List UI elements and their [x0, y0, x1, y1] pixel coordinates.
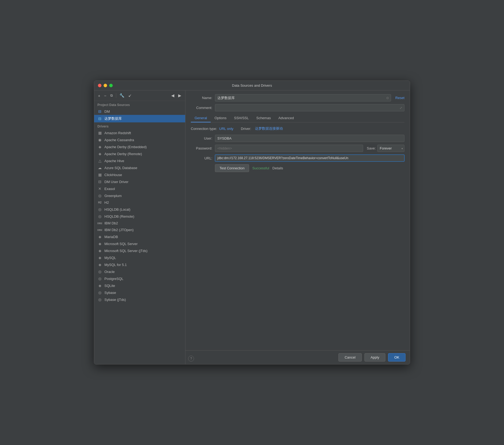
driver-value[interactable]: 达梦数据连接驱动: [255, 126, 283, 131]
comment-expand-icon: ⤢: [400, 106, 402, 110]
minimize-button[interactable]: [104, 84, 107, 87]
oracle-icon: ◎: [97, 269, 102, 274]
source-DM[interactable]: ⊟ DM: [94, 108, 185, 115]
dm-icon: ⊟: [97, 109, 102, 114]
comment-input[interactable]: [215, 104, 404, 111]
mysql-icon: ◈: [97, 256, 102, 260]
maximize-button[interactable]: [109, 84, 113, 87]
test-connection-button[interactable]: Test Connection: [215, 164, 249, 172]
save-select[interactable]: Forever Until restart Never: [377, 145, 404, 152]
driver-ibm-db2-jtopen[interactable]: DB2 IBM Db2 (JTOpen): [94, 227, 185, 233]
dialog: Data Sources and Drivers + − ⧉ 🔧 ↙ ◀ ▶ P…: [94, 81, 410, 364]
azure-sql-icon: ☁: [97, 166, 102, 170]
driver-clickhouse[interactable]: ▦ ClickHouse: [94, 171, 185, 178]
password-input[interactable]: [215, 145, 363, 152]
title-bar: Data Sources and Drivers: [94, 81, 410, 90]
apache-cassandra-icon: ◉: [97, 138, 102, 142]
driver-apache-cassandra[interactable]: ◉ Apache Cassandra: [94, 136, 185, 143]
right-panel: Name: ⊙ Reset Comment: ⤢: [185, 90, 410, 364]
driver-apache-derby-embedded[interactable]: ◈ Apache Derby (Embedded): [94, 143, 185, 150]
tab-schemas[interactable]: Schemas: [253, 114, 275, 122]
connection-type-value[interactable]: URL only: [219, 127, 233, 131]
left-panel: + − ⧉ 🔧 ↙ ◀ ▶ Project Data Sources ⊟ DM: [94, 90, 185, 364]
test-success-label: Successful: [252, 166, 269, 170]
ibm-db2-icon: DB2: [97, 222, 102, 225]
tab-advanced[interactable]: Advanced: [275, 114, 298, 122]
ok-button[interactable]: OK: [388, 353, 406, 362]
back-button[interactable]: ◀: [170, 93, 176, 99]
driver-sybase[interactable]: ◎ Sybase: [94, 289, 185, 296]
driver-azure-sql[interactable]: ☁ Azure SQL Database: [94, 164, 185, 171]
driver-h2[interactable]: H2 H2: [94, 199, 185, 206]
tab-general[interactable]: General: [191, 114, 211, 122]
url-input[interactable]: [215, 155, 404, 162]
driver-sybase-label: Sybase: [104, 291, 116, 295]
driver-sybase-jtds[interactable]: ◎ Sybase (jTds): [94, 296, 185, 303]
driver-mysql[interactable]: ◈ MySQL: [94, 254, 185, 261]
driver-mssql-label: Microsoft SQL Server: [104, 242, 138, 246]
driver-hsqldb-remote-label: HSQLDB (Remote): [104, 214, 134, 218]
add-button[interactable]: +: [97, 93, 101, 99]
name-input[interactable]: [215, 94, 391, 101]
tab-ssh-ssl[interactable]: SSH/SSL: [230, 114, 253, 122]
driver-oracle[interactable]: ◎ Oracle: [94, 268, 185, 275]
source-dameng[interactable]: ⊟ 达梦数据库: [94, 115, 185, 122]
reset-link[interactable]: Reset: [395, 96, 404, 100]
tabs-bar: General Options SSH/SSL Schemas Advanced: [191, 114, 404, 122]
export-button[interactable]: ↙: [127, 93, 133, 99]
driver-apache-derby-embedded-label: Apache Derby (Embedded): [104, 145, 147, 149]
bottom-bar: ? Cancel Apply OK: [185, 350, 410, 364]
left-toolbar: + − ⧉ 🔧 ↙ ◀ ▶: [94, 90, 185, 101]
driver-ibm-db2[interactable]: DB2 IBM Db2: [94, 220, 185, 227]
driver-apache-hive[interactable]: △ Apache Hive: [94, 157, 185, 164]
main-body: + − ⧉ 🔧 ↙ ◀ ▶ Project Data Sources ⊟ DM: [94, 90, 410, 364]
driver-postgresql-label: PostgreSQL: [104, 277, 123, 281]
driver-ibm-db2-jtopen-label: IBM Db2 (JTOpen): [104, 228, 134, 232]
password-label: Password:: [191, 146, 215, 150]
driver-amazon-redshift[interactable]: ▦ Amazon Redshift: [94, 129, 185, 136]
sybase-jtds-icon: ◎: [97, 297, 102, 302]
source-dm-label: DM: [104, 110, 110, 114]
connection-type-label: Connection type:: [191, 127, 217, 131]
driver-apache-derby-remote[interactable]: ◈ Apache Derby (Remote): [94, 150, 185, 157]
drivers-label: Drivers: [94, 122, 185, 129]
right-content: Name: ⊙ Reset Comment: ⤢: [185, 90, 410, 350]
user-row: User:: [191, 135, 404, 142]
close-button[interactable]: [98, 84, 101, 87]
test-details-link[interactable]: Details: [272, 166, 283, 170]
help-button[interactable]: ?: [188, 356, 194, 362]
driver-mssql[interactable]: ◈ Microsoft SQL Server: [94, 240, 185, 247]
driver-mssql-jtds-label: Microsoft SQL Server (jTds): [104, 249, 148, 253]
driver-mariadb-label: MariaDB: [104, 235, 118, 239]
driver-postgresql[interactable]: ◎ PostgreSQL: [94, 275, 185, 282]
dm-user-icon: ⊟: [97, 180, 102, 184]
apply-button[interactable]: Apply: [364, 353, 386, 362]
user-input[interactable]: [215, 135, 404, 142]
settings-button[interactable]: 🔧: [118, 93, 126, 99]
name-row: Name: ⊙ Reset: [191, 94, 404, 101]
driver-mysql51-label: MySQL for 5.1: [104, 263, 127, 267]
cancel-button[interactable]: Cancel: [338, 353, 361, 362]
copy-button[interactable]: ⧉: [109, 93, 114, 98]
driver-hsqldb-local[interactable]: ◎ HSQLDB (Local): [94, 206, 185, 213]
amazon-redshift-icon: ▦: [97, 131, 102, 135]
driver-hsqldb-remote[interactable]: ◎ HSQLDB (Remote): [94, 213, 185, 220]
tab-options[interactable]: Options: [211, 114, 230, 122]
name-label: Name:: [191, 96, 215, 100]
driver-clickhouse-label: ClickHouse: [104, 173, 122, 177]
driver-mariadb[interactable]: ◈ MariaDB: [94, 233, 185, 240]
driver-mysql51[interactable]: ◈ MySQL for 5.1: [94, 261, 185, 268]
driver-mssql-jtds[interactable]: ◈ Microsoft SQL Server (jTds): [94, 247, 185, 254]
comment-label: Comment:: [191, 106, 215, 110]
driver-greenplum[interactable]: ◎ Greenplum: [94, 192, 185, 199]
clickhouse-icon: ▦: [97, 173, 102, 177]
driver-dm-user[interactable]: ⊟ DM User Driver: [94, 178, 185, 185]
driver-ibm-db2-label: IBM Db2: [104, 221, 118, 225]
driver-azure-sql-label: Azure SQL Database: [104, 166, 137, 170]
save-select-wrap: Forever Until restart Never ▾: [377, 145, 404, 152]
driver-sqlite[interactable]: ◈ SQLite: [94, 282, 185, 289]
forward-button[interactable]: ▶: [177, 93, 182, 99]
driver-exasol[interactable]: ✕ Exasol: [94, 185, 185, 192]
remove-button[interactable]: −: [103, 93, 108, 99]
mysql51-icon: ◈: [97, 262, 102, 267]
